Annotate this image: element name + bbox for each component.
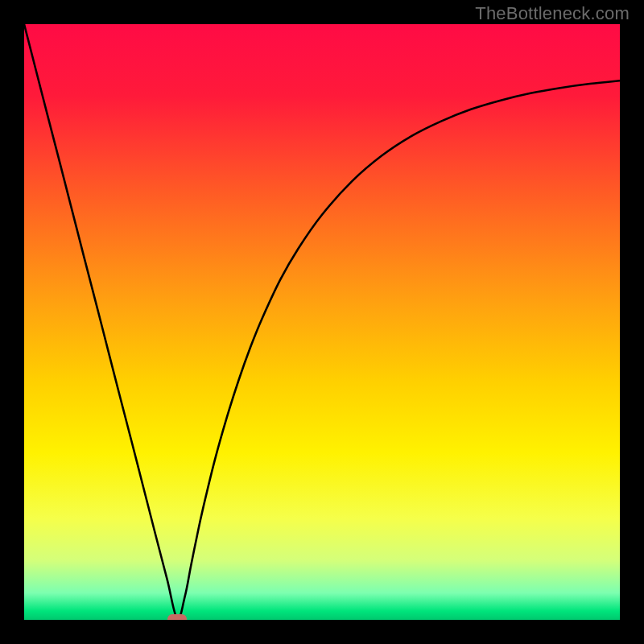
chart-frame: TheBottleneck.com — [0, 0, 644, 644]
curve-layer — [24, 24, 620, 620]
bottleneck-curve — [24, 24, 620, 619]
watermark-text: TheBottleneck.com — [475, 3, 630, 24]
minimum-marker — [167, 614, 187, 620]
plot-area — [24, 24, 620, 620]
